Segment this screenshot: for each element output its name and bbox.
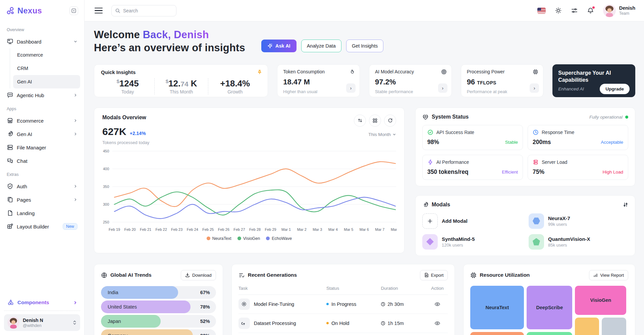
table-row[interactable]: Model Fine-Tuning In Progress 2h 30m xyxy=(238,295,448,314)
svg-text:Feb 29: Feb 29 xyxy=(265,227,276,231)
sidebar-item-agentic-hub[interactable]: Agentic Hub xyxy=(4,88,80,102)
treemap-block-deepscribe[interactable]: DeepScribe xyxy=(527,286,572,329)
avatar xyxy=(603,4,616,17)
analyze-data-button[interactable]: Analyze Data xyxy=(301,40,341,52)
export-button[interactable]: Export xyxy=(420,270,448,280)
sidebar-item-layout-builder[interactable]: Layout Builder New xyxy=(4,220,80,233)
svg-text:Mar 8: Mar 8 xyxy=(391,227,397,231)
kpi-title: AI Model Accuracy xyxy=(375,69,414,74)
welcome-title-highlight: Back, Denish xyxy=(143,29,209,41)
sort-arrows-button[interactable] xyxy=(354,115,366,127)
view-report-label: View Report xyxy=(600,273,624,278)
ask-ai-button[interactable]: Ask AI xyxy=(261,40,297,52)
treemap-block[interactable] xyxy=(575,318,599,335)
refresh-button[interactable] xyxy=(384,115,396,127)
filter-settings-icon[interactable] xyxy=(623,202,628,207)
add-modal-button[interactable]: Add Modal xyxy=(422,213,522,229)
sidebar-item-chat[interactable]: Chat xyxy=(4,154,80,168)
ai-model-accuracy-card: AI Model Accuracy 97.2% Stable performan… xyxy=(369,64,452,97)
kpi-title: Processing Power xyxy=(467,69,505,74)
chevron-right-icon xyxy=(73,132,77,136)
clock-icon xyxy=(381,302,385,307)
kpi-next-button[interactable]: › xyxy=(438,83,447,93)
topbar-user-name: Denish xyxy=(619,5,635,11)
cpu-icon xyxy=(470,272,477,278)
view-action-button[interactable] xyxy=(434,301,440,307)
notification-dot xyxy=(592,6,595,9)
sidebar-item-label: File Manager xyxy=(17,145,46,150)
pin-icon[interactable] xyxy=(257,69,262,75)
sidebar-user-card[interactable]: Denish N @withden xyxy=(4,314,80,331)
view-action-button[interactable] xyxy=(434,320,440,326)
theme-sun-icon[interactable] xyxy=(555,7,562,14)
legend-item: EchoWave xyxy=(266,236,292,241)
trend-bars: India67%United States78%Japan52%Germany8… xyxy=(101,286,216,335)
stats-row: Quick Insights $1245 Today $12.74 K This… xyxy=(94,64,635,97)
sidebar-item-landing[interactable]: Landing xyxy=(4,206,80,220)
modal-item[interactable]: QuantumVision-X85k users xyxy=(529,234,628,250)
kpi-next-button[interactable]: › xyxy=(530,83,539,93)
search-input[interactable] xyxy=(123,8,167,13)
notifications-bell-icon[interactable] xyxy=(587,7,594,14)
sidebar-subitem-ecommerce[interactable]: Ecommerce xyxy=(13,48,80,62)
svg-text:Mar 3: Mar 3 xyxy=(313,227,322,231)
sidebar-item-auth[interactable]: Auth xyxy=(4,180,80,193)
check-circle-icon xyxy=(427,129,433,135)
sidebar-item-dashboard[interactable]: Dashboard xyxy=(4,35,80,48)
modal-item[interactable]: SynthaMind-5120k users xyxy=(422,234,522,250)
flame-icon xyxy=(349,69,355,75)
view-report-button[interactable]: View Report xyxy=(589,270,628,280)
chevron-right-icon xyxy=(73,184,77,188)
treemap-block-visiogen[interactable]: VisioGen xyxy=(575,286,626,315)
topbar-user-role: Team xyxy=(619,11,635,16)
upgrade-button[interactable]: Upgrade xyxy=(600,84,630,94)
kpi-title: Token Consumption xyxy=(283,69,325,74)
sidebar-item-label: Landing xyxy=(17,210,35,216)
column-duration: Duration xyxy=(381,286,427,291)
sidebar-subitem-gen-ai[interactable]: Gen AI xyxy=(13,75,80,88)
cloud-upload-icon xyxy=(238,318,250,329)
ai-chip-icon xyxy=(7,131,13,137)
treemap-block[interactable] xyxy=(527,332,572,335)
quick-insights-stats: $1245 Today $12.74 K This Month +18.4% G… xyxy=(101,78,262,94)
download-button[interactable]: Download xyxy=(181,270,216,280)
modal-item[interactable]: NeuraX-799k users xyxy=(529,213,628,229)
sidebar-item-components[interactable]: Components xyxy=(0,296,84,311)
chevron-right-icon xyxy=(73,93,77,97)
pages-copy-icon xyxy=(7,196,13,203)
kpi-next-button[interactable]: › xyxy=(346,83,356,93)
get-insights-button[interactable]: Get Insights xyxy=(346,40,383,52)
treemap-block-neuratext[interactable]: NeuraText xyxy=(470,286,524,329)
app-root: Nexus Overview Dashboard Ecommerce CRM G… xyxy=(0,0,644,335)
treemap-block[interactable] xyxy=(470,332,524,335)
table-row[interactable]: Dataset Processing On Hold 1h 15m xyxy=(238,314,448,333)
svg-text:450: 450 xyxy=(103,149,109,153)
diamond-icon xyxy=(422,234,438,250)
sidebar-subitem-crm[interactable]: CRM xyxy=(13,62,80,75)
legend-item: NeuraText xyxy=(207,236,231,241)
sidebar-item-gen-ai[interactable]: Gen AI xyxy=(4,127,80,141)
sidebar-item-file-manager[interactable]: File Manager xyxy=(4,141,80,154)
language-flag-icon[interactable] xyxy=(537,8,546,14)
global-ai-trends-card: Global AI Trends Download India67%United… xyxy=(94,264,223,335)
status-subcard: Response Time 200msAcceptable xyxy=(528,125,628,150)
layout-builder-icon xyxy=(7,223,13,230)
recent-generations-rows: Model Fine-Tuning In Progress 2h 30m Dat… xyxy=(238,295,448,333)
new-badge: New xyxy=(63,223,77,230)
svg-text:Feb 20: Feb 20 xyxy=(124,227,136,231)
topbar-user[interactable]: Denish Team xyxy=(603,4,635,17)
sidebar-item-ecommerce[interactable]: Ecommerce xyxy=(4,114,80,127)
hamburger-menu-icon[interactable] xyxy=(95,8,103,14)
section-label-overview: Overview xyxy=(7,27,77,32)
right-column: System Status Fully operational API Succ… xyxy=(415,108,635,253)
export-label: Export xyxy=(431,273,444,278)
sidebar-collapse-button[interactable] xyxy=(69,6,78,15)
chevron-right-icon xyxy=(73,198,77,202)
grid-view-button[interactable] xyxy=(369,115,381,127)
topbar-actions: Denish Team xyxy=(537,4,635,17)
nexus-logo-icon xyxy=(6,6,15,15)
range-selector[interactable]: This Month xyxy=(368,132,396,137)
treemap-block[interactable] xyxy=(602,318,626,335)
sidebar-item-pages[interactable]: Pages xyxy=(4,193,80,206)
settings-sliders-icon[interactable] xyxy=(571,7,578,14)
